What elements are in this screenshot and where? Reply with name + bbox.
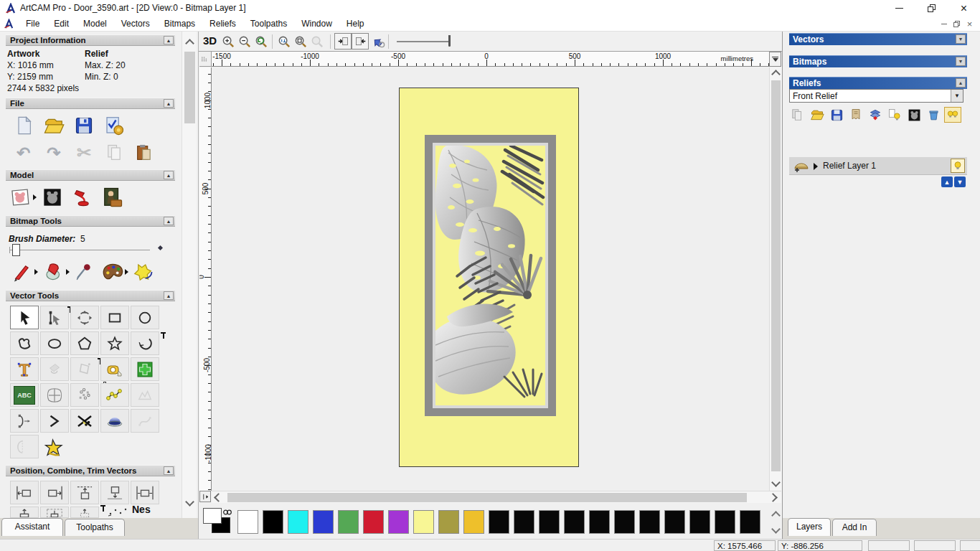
units-dropdown-button[interactable] <box>769 52 781 67</box>
palette-scroll-down-icon[interactable] <box>771 523 781 534</box>
create-polyline-icon[interactable] <box>10 331 39 355</box>
toggle-3d-view-button[interactable]: 3D <box>203 34 217 47</box>
create-star-outline-icon[interactable] <box>100 331 129 355</box>
zoom-out-icon[interactable] <box>237 34 253 50</box>
preview-relief-icon[interactable] <box>371 34 387 50</box>
scroll-up-icon[interactable] <box>773 71 779 77</box>
scatter-copies-icon[interactable] <box>106 507 131 518</box>
paste-along-curve-icon[interactable] <box>70 383 99 407</box>
paste-icon[interactable] <box>132 141 156 165</box>
palette-swatch[interactable] <box>514 510 534 534</box>
palette-swatch[interactable] <box>639 510 660 534</box>
flyout-arrow-icon[interactable] <box>66 269 70 275</box>
horizontal-scrollbar[interactable] <box>212 491 781 503</box>
palette-swatch[interactable] <box>564 510 585 534</box>
lighting-icon[interactable] <box>70 185 95 209</box>
save-model-icon[interactable] <box>72 113 96 138</box>
invert-relief-icon[interactable] <box>905 107 923 123</box>
texture-relief-icon[interactable] <box>100 185 125 209</box>
delete-relief-icon[interactable] <box>925 107 942 123</box>
align-bottom-icon[interactable] <box>100 481 129 504</box>
section-header-bitmap-tools[interactable]: Bitmap Tools ▲ <box>6 215 175 227</box>
link-colours-icon[interactable] <box>222 506 232 519</box>
section-header-project-information[interactable]: Project Information ▲ <box>6 34 175 46</box>
bitmap-fade-icon[interactable] <box>131 260 155 284</box>
menu-vectors[interactable]: Vectors <box>114 17 157 32</box>
slice-icon[interactable] <box>10 435 39 458</box>
palette-swatch[interactable] <box>463 510 484 534</box>
menu-toolpaths[interactable]: Toolpaths <box>243 17 294 32</box>
collapse-icon[interactable]: ▲ <box>956 78 966 88</box>
scroll-up-icon[interactable] <box>187 40 193 47</box>
align-top-icon[interactable] <box>70 481 99 504</box>
zoom-previous-icon[interactable] <box>253 34 269 50</box>
create-arc-icon[interactable] <box>131 331 159 355</box>
ruler-origin-button[interactable] <box>199 52 212 67</box>
open-relief-icon[interactable] <box>809 107 826 123</box>
copy-icon[interactable] <box>102 141 126 165</box>
section-header-reliefs[interactable]: Reliefs ▲ <box>789 77 967 89</box>
zoom-in-icon[interactable] <box>220 34 236 50</box>
vertical-scrollbar[interactable] <box>769 67 781 491</box>
section-header-file[interactable]: File ▲ <box>6 98 175 109</box>
set-model-size-icon[interactable] <box>9 185 33 209</box>
mdi-close-icon[interactable]: × <box>963 19 976 29</box>
open-model-icon[interactable] <box>42 113 66 138</box>
section-header-bitmaps[interactable]: Bitmaps ▼ <box>789 55 967 67</box>
undo-icon[interactable]: ↶ <box>11 141 36 165</box>
fit-polyline-icon[interactable] <box>100 383 129 407</box>
flyout-arrow-icon[interactable] <box>34 269 38 275</box>
flyout-arrow-icon[interactable] <box>33 194 37 200</box>
scroll-down-icon[interactable] <box>187 501 193 505</box>
palette-swatch[interactable] <box>740 510 760 534</box>
align-left-icon[interactable] <box>10 481 39 504</box>
cut-icon[interactable]: ✂ <box>72 141 96 165</box>
center-in-page-icon[interactable] <box>10 507 39 518</box>
join-vectors-icon[interactable] <box>40 409 69 433</box>
relief-layer-row[interactable]: Relief Layer 1 <box>789 157 967 175</box>
collapse-icon[interactable]: ▲ <box>164 99 174 108</box>
brush-slider-track[interactable] <box>9 250 150 250</box>
new-relief-layer-icon[interactable] <box>789 107 806 123</box>
create-polygon-icon[interactable] <box>70 331 99 355</box>
zoom-fit-icon[interactable] <box>293 34 308 50</box>
menu-model[interactable]: Model <box>76 17 114 32</box>
assistant-scrollbar[interactable] <box>182 32 197 519</box>
palette-swatch[interactable] <box>388 510 409 534</box>
layer-visibility-lightbulb-icon[interactable] <box>951 159 965 173</box>
palette-swatch[interactable] <box>338 510 359 534</box>
toggle-all-visibility-icon[interactable] <box>944 107 961 123</box>
palette-swatch[interactable] <box>715 510 735 534</box>
collapse-icon[interactable]: ▲ <box>164 171 174 179</box>
zoom-selected-icon[interactable] <box>309 34 325 50</box>
menu-edit[interactable]: Edit <box>47 17 76 32</box>
collapse-icon[interactable]: ▲ <box>164 217 174 225</box>
import-relief-icon[interactable] <box>847 107 864 123</box>
primary-colour-swatch[interactable] <box>203 508 222 524</box>
palette-swatch[interactable] <box>263 510 283 534</box>
palette-swatch[interactable] <box>589 510 610 534</box>
new-model-icon[interactable] <box>11 113 36 138</box>
spline-icon[interactable] <box>131 409 159 433</box>
next-bitmap-layer-button[interactable] <box>352 33 369 50</box>
offset-vectors-icon[interactable] <box>70 357 99 381</box>
menu-bitmaps[interactable]: Bitmaps <box>157 17 202 32</box>
center-in-model-icon[interactable] <box>40 507 69 518</box>
center-dashed-icon[interactable] <box>70 507 99 518</box>
nesting-icon[interactable]: Nes <box>132 504 161 517</box>
relief-visibility-icon[interactable] <box>886 107 903 123</box>
tab-toolpaths[interactable]: Toolpaths <box>65 519 125 536</box>
brush-slider-handle[interactable] <box>12 244 20 256</box>
create-circle-icon[interactable] <box>131 306 159 329</box>
zoom-1to1-icon[interactable] <box>276 34 292 50</box>
create-ellipse-icon[interactable] <box>40 331 69 355</box>
fillet-icon[interactable] <box>10 409 39 433</box>
pick-colour-icon[interactable] <box>72 260 96 284</box>
relief-select[interactable]: Front Relief ▼ <box>789 89 963 103</box>
minimize-icon[interactable] <box>883 0 915 17</box>
save-relief-icon[interactable] <box>828 107 845 123</box>
fade-slider-handle[interactable] <box>448 35 451 47</box>
palette-swatch[interactable] <box>313 510 334 534</box>
expand-layer-icon[interactable] <box>814 163 818 170</box>
palette-swatch[interactable] <box>614 510 635 534</box>
